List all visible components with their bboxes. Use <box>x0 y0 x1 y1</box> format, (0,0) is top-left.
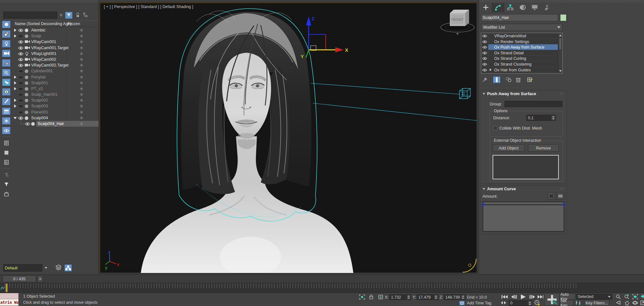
spinner-arrows[interactable] <box>528 301 532 305</box>
visibility-eye-icon[interactable] <box>18 34 23 38</box>
show-spacewarps-icon[interactable] <box>2 69 11 76</box>
scene-object-row[interactable]: Plane001 <box>13 109 98 115</box>
visibility-eye-icon[interactable] <box>18 99 23 102</box>
collapse-arrow-icon[interactable] <box>483 188 485 190</box>
modifier-eye-icon[interactable] <box>482 68 487 72</box>
spinner-arrows[interactable] <box>434 295 438 299</box>
scene-object-row[interactable]: Scalp_Hair001 <box>13 92 98 97</box>
time-slider-track[interactable]: 0 / 435 > <box>0 274 644 283</box>
expand-arrow-icon[interactable] <box>14 99 17 102</box>
scene-object-row[interactable]: VRayCam002.Target <box>13 62 98 68</box>
scene-object-row[interactable]: Ponytail <box>13 74 98 80</box>
play-button[interactable] <box>519 294 528 300</box>
viewport-label[interactable]: [ + ] [ Perspective ] [ Standard ] [ Def… <box>104 4 193 9</box>
expand-arrow-icon[interactable] <box>14 87 17 90</box>
show-helpers-icon[interactable] <box>2 59 11 67</box>
add-object-button[interactable]: Add Object <box>493 145 525 152</box>
curve-point-start[interactable] <box>482 203 485 206</box>
scene-object-row[interactable]: Scalp002 <box>13 97 98 103</box>
amount-curve-editor[interactable] <box>483 202 564 232</box>
configure-modifier-sets-icon[interactable] <box>526 76 534 83</box>
visibility-eye-icon[interactable] <box>18 58 23 61</box>
frozen-snowflake-icon[interactable] <box>80 63 83 67</box>
rollout-header[interactable]: Push Away from Surface <box>481 90 566 97</box>
explorer-column-headers[interactable]: Name (Sorted Descending Age) Frozen <box>13 21 98 27</box>
frozen-snowflake-icon[interactable] <box>80 110 83 114</box>
modifier-stack-row[interactable]: Ox Strand Clustering <box>481 61 562 67</box>
scroll-up-icon[interactable] <box>559 34 562 36</box>
frozen-snowflake-icon[interactable] <box>80 52 83 56</box>
show-hidden-icon[interactable] <box>2 127 11 134</box>
go-to-start-button[interactable] <box>501 294 508 300</box>
visibility-eye-icon[interactable] <box>25 122 30 126</box>
zoom-icon[interactable] <box>615 294 622 299</box>
external-objects-listbox[interactable] <box>493 155 559 179</box>
frozen-snowflake-icon[interactable] <box>80 81 83 85</box>
scene-object-row[interactable]: Scalp003 <box>13 103 98 109</box>
orbit-icon[interactable] <box>631 300 639 305</box>
tab-hierarchy-icon[interactable] <box>504 3 516 12</box>
selection-lock-icon[interactable] <box>369 294 375 300</box>
modifier-eye-icon[interactable] <box>482 46 487 49</box>
visibility-eye-icon[interactable] <box>18 111 23 114</box>
y-coordinate-field[interactable]: 17.479 <box>417 294 439 300</box>
delete-curve-icon[interactable] <box>548 193 555 200</box>
pan-hand-icon[interactable] <box>623 300 630 305</box>
scene-object-row[interactable]: VRayCam002 <box>13 57 98 62</box>
frozen-snowflake-icon[interactable] <box>80 93 83 96</box>
show-frozen-icon[interactable] <box>2 117 11 125</box>
tab-modify-icon[interactable] <box>492 3 504 12</box>
add-time-tag-text[interactable]: Add Time Tag <box>467 301 491 305</box>
layers-view-icon[interactable] <box>55 264 63 272</box>
current-frame-marker[interactable] <box>5 284 8 292</box>
maximize-viewport-icon[interactable] <box>639 300 644 305</box>
next-frame-button[interactable] <box>529 294 536 300</box>
filter-icon-2[interactable] <box>2 181 11 188</box>
expand-arrow-icon[interactable] <box>14 76 17 79</box>
spinner-arrows[interactable] <box>407 295 411 299</box>
frozen-snowflake-icon[interactable] <box>80 40 83 44</box>
swatch-icon[interactable] <box>2 149 11 157</box>
time-tag-cube-icon[interactable] <box>459 301 465 306</box>
rollout-drag-grip[interactable] <box>560 187 564 190</box>
tab-utilities-icon[interactable] <box>541 3 553 12</box>
object-name-field[interactable]: Scalp004_Hair <box>481 14 558 21</box>
expand-arrow-icon[interactable] <box>14 29 17 32</box>
stack-scrollbar[interactable] <box>558 33 562 73</box>
show-lights-icon[interactable] <box>2 40 11 48</box>
show-bones-icon[interactable] <box>2 98 11 105</box>
visibility-eye-icon[interactable] <box>18 93 23 96</box>
collapse-arrow-icon[interactable] <box>483 93 485 95</box>
scene-object-row[interactable]: VRayLight001 <box>13 51 98 57</box>
curve-presets-icon[interactable] <box>557 193 564 200</box>
current-frame-field[interactable]: 0 <box>509 300 532 306</box>
time-configuration-icon[interactable] <box>534 300 540 305</box>
panel-drag-grip[interactable] <box>479 0 644 2</box>
modifier-eye-icon[interactable] <box>482 51 487 55</box>
visibility-eye-icon[interactable] <box>18 46 23 50</box>
modifier-eye-icon[interactable] <box>482 34 487 38</box>
show-shapes-icon[interactable] <box>2 30 11 38</box>
modifier-stack-row[interactable]: Ox Hair from Guides <box>481 67 562 73</box>
frozen-snowflake-icon[interactable] <box>80 46 83 50</box>
show-groups-icon[interactable] <box>2 78 11 86</box>
frozen-snowflake-icon[interactable] <box>80 104 83 108</box>
show-end-result-icon[interactable] <box>493 76 501 83</box>
fov-icon[interactable] <box>615 300 622 305</box>
list-view-icon[interactable] <box>2 139 11 147</box>
next-frame-nudge-button[interactable]: > <box>37 276 43 282</box>
modifier-stack-row[interactable]: Ox Push Away from Surface <box>481 44 562 50</box>
listener-macro-row[interactable] <box>0 293 18 299</box>
track-bar[interactable] <box>0 283 644 292</box>
modifier-stack-row[interactable]: VRayOrnatrixMod <box>481 33 562 39</box>
column-header-name[interactable]: Name (Sorted Descending Age) <box>15 22 71 26</box>
hierarchy-view-icon[interactable] <box>64 264 72 272</box>
set-keys-button[interactable] <box>545 293 559 306</box>
group-field[interactable] <box>504 101 562 107</box>
distance-spinner[interactable]: 0.1 <box>526 115 556 121</box>
pin-stack-icon[interactable] <box>481 76 489 83</box>
rollout-header[interactable]: Amount Curve <box>481 185 566 192</box>
key-filters-button[interactable]: Key Filters... <box>584 300 609 306</box>
zoom-extents-all-icon[interactable] <box>639 294 644 299</box>
expand-arrow-icon[interactable] <box>14 81 17 85</box>
